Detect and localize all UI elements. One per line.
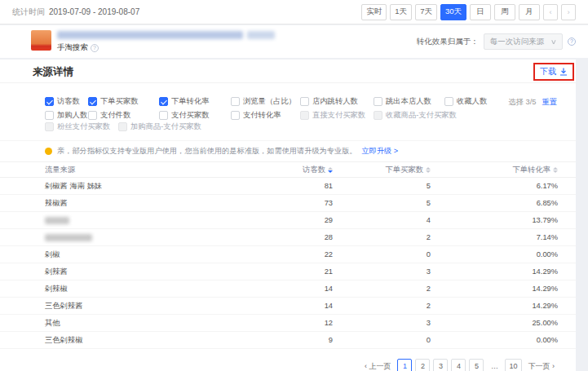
pagination-page-3[interactable]: 3 (433, 359, 448, 371)
pagination-ellipsis: … (487, 359, 502, 371)
conversion-rate-value: 13.79% (532, 216, 558, 224)
section-title: 来源详情 (33, 65, 73, 79)
range-button-6[interactable]: 周 (494, 4, 515, 20)
order-buyers-value: 2 (427, 233, 431, 241)
column-header-1[interactable]: 访客数 (303, 165, 333, 175)
pagination-page-1[interactable]: 1 (397, 359, 412, 371)
metric-label: 粉丝支付买家数 (57, 121, 110, 132)
attribution-label: 转化效果归属于： (417, 37, 479, 47)
checkbox-icon (300, 97, 309, 106)
metric-checkbox-1-3[interactable]: 下单转化率 (159, 96, 209, 107)
table-row: 剁椒酱 海南 姊妹8156.17% (0, 178, 576, 195)
table-row: 其他12325.00% (0, 315, 576, 332)
help-icon[interactable]: ? (568, 38, 576, 46)
checkbox-icon (159, 111, 168, 120)
table-row: 剁辣酱21314.29% (0, 263, 576, 280)
order-buyers-value: 5 (427, 182, 431, 190)
attribution-select[interactable]: 每一次访问来源 ∨ (484, 33, 563, 50)
table-row: 三色剁辣椒900.00% (0, 332, 576, 349)
metric-checkbox-1-4[interactable]: 浏览量（占比） (231, 96, 296, 107)
column-header-source: 流量来源 (45, 165, 243, 175)
source-detail-panel: 来源详情 下载 选择 3/5 重置 访客数下单买家数下单转化率浏览量（占比）店内… (0, 60, 576, 371)
visitors-value: 12 (325, 319, 333, 327)
traffic-source-line: 手淘搜索 ? (57, 42, 275, 53)
product-thumbnail (31, 30, 51, 51)
sort-carets-icon[interactable] (328, 167, 333, 173)
pagination-page-2[interactable]: 2 (415, 359, 430, 371)
table-row: 29413.79% (0, 212, 576, 229)
download-button[interactable]: 下载 (540, 66, 568, 77)
metric-checkbox-2-2[interactable]: 支付件数 (88, 110, 130, 121)
source-name-cell: 剁椒 (45, 250, 243, 260)
attribution-value: 每一次访问来源 (490, 37, 545, 47)
checkbox-icon (88, 97, 97, 106)
pagination-prev[interactable]: ‹ 上一页 (361, 359, 395, 371)
upgrade-link[interactable]: 立即升级 > (362, 146, 399, 157)
range-button-4[interactable]: 30天 (440, 4, 466, 20)
sort-carets-icon[interactable] (426, 167, 431, 173)
blurred-source-name (45, 217, 69, 224)
pagination-page-4[interactable]: 4 (451, 359, 466, 371)
order-buyers-value: 2 (427, 285, 431, 293)
metric-checkbox-1-2[interactable]: 下单买家数 (88, 96, 138, 107)
conversion-rate-value: 0.00% (537, 250, 558, 258)
metric-checkbox-2-3[interactable]: 支付买家数 (159, 110, 209, 121)
download-label: 下载 (540, 66, 556, 77)
range-button-1[interactable]: 实时 (361, 4, 387, 20)
stat-date-range: 2019-07-09 - 2019-08-07 (49, 7, 139, 16)
metric-checkbox-2-5: 直接支付买家数 (300, 110, 365, 121)
pagination-next[interactable]: 下一页 › (525, 359, 559, 371)
source-name-cell: 其他 (45, 318, 243, 329)
metric-checkbox-2-1[interactable]: 加购人数 (45, 110, 87, 121)
notice-dot-icon (45, 148, 52, 155)
product-bar: 手淘搜索 ? 转化效果归属于： 每一次访问来源 ∨ ? (0, 25, 588, 58)
metric-label: 收藏人数 (457, 96, 487, 107)
metric-label: 加购商品-支付买家数 (130, 121, 201, 132)
visitors-value: 14 (325, 285, 333, 293)
table-body: 剁椒酱 海南 姊妹8156.17%辣椒酱7356.85%29413.79%282… (0, 178, 576, 349)
conversion-rate-value: 6.85% (537, 199, 558, 207)
column-header-2[interactable]: 下单买家数 (386, 165, 431, 175)
info-icon[interactable]: ? (91, 44, 99, 52)
pagination-page-10[interactable]: 10 (505, 359, 521, 371)
source-name-cell: 剁辣酱 (45, 267, 243, 277)
order-buyers-value: 0 (427, 336, 431, 344)
sort-carets-icon[interactable] (553, 167, 558, 173)
pagination: ‹ 上一页12345…10下一页 › (0, 359, 576, 371)
metric-selector: 选择 3/5 重置 访客数下单买家数下单转化率浏览量（占比）店内跳转人数跳出本店… (0, 96, 576, 132)
metric-checkbox-2-6: 收藏商品-支付买家数 (374, 110, 457, 121)
date-range-group: 实时1天7天30天日周月‹› (361, 4, 576, 20)
metric-checkbox-1-7[interactable]: 收藏人数 (444, 96, 487, 107)
metric-checkbox-1-6[interactable]: 跳出本店人数 (374, 96, 431, 107)
table-row: 辣椒酱7356.85% (0, 195, 576, 212)
selection-count: 选择 3/5 (508, 97, 536, 108)
range-button-2[interactable]: 1天 (390, 4, 412, 20)
notice-text: 亲，部分指标仅支持专业版用户使用，您当前使用的是标准版，如需使用请升级为专业版。 (57, 146, 357, 157)
order-buyers-value: 3 (427, 319, 431, 327)
metric-checkbox-2-4[interactable]: 支付转化率 (231, 110, 281, 121)
range-button-3[interactable]: 7天 (415, 4, 437, 20)
checkbox-icon (374, 97, 382, 106)
conversion-rate-value: 14.29% (532, 267, 558, 276)
column-header-label: 访客数 (303, 165, 325, 175)
visitors-value: 73 (325, 199, 333, 207)
prev-period-button[interactable]: ‹ (543, 4, 558, 20)
visitors-value: 9 (329, 336, 333, 344)
table-row: 2827.14% (0, 229, 576, 246)
metric-checkbox-3-1: 粉丝支付买家数 (45, 121, 110, 132)
pagination-page-5[interactable]: 5 (469, 359, 484, 371)
column-header-3[interactable]: 下单转化率 (513, 165, 558, 175)
product-info: 手淘搜索 ? (57, 30, 275, 53)
visitors-value: 14 (325, 302, 333, 310)
reset-link[interactable]: 重置 (542, 97, 557, 108)
visitors-value: 21 (325, 267, 333, 276)
next-period-button[interactable]: › (561, 4, 576, 20)
checkbox-icon (374, 111, 382, 120)
source-name-cell: 三色剁辣酱 (45, 301, 243, 311)
metric-checkbox-1-5[interactable]: 店内跳转人数 (300, 96, 358, 107)
metric-label: 跳出本店人数 (386, 96, 431, 107)
metric-checkbox-1-1[interactable]: 访客数 (45, 96, 80, 107)
checkbox-icon (45, 111, 54, 120)
range-button-7[interactable]: 月 (519, 4, 540, 20)
range-button-5[interactable]: 日 (470, 4, 491, 20)
